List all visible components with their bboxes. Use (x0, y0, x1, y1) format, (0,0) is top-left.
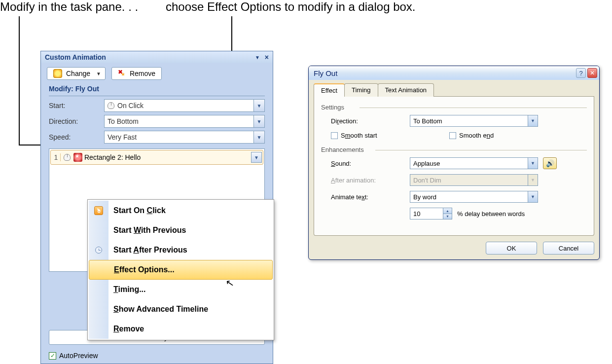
remove-label: Remove (130, 70, 155, 77)
chevron-down-icon: ▼ (96, 71, 101, 76)
smooth-end-checkbox[interactable]: Smooth end (449, 132, 568, 139)
dlg-sound-value: Applause (413, 160, 440, 167)
remove-button[interactable]: Remove (111, 67, 162, 80)
dlg-after-label: After animation: (321, 177, 410, 184)
taskpane-toolbar: Change ▼ Remove (41, 63, 273, 84)
tab-effect[interactable]: Effect (314, 83, 345, 97)
divider (49, 96, 265, 96)
direction-value: To Bottom (108, 117, 139, 125)
callout-right: choose Effect Options to modify in a dia… (166, 0, 416, 14)
group-settings-label: Settings (321, 104, 587, 111)
dlg-sound-select[interactable]: Applause ▼ (410, 157, 538, 169)
mouse-icon: 🖱 (94, 206, 103, 215)
start-value: On Click (117, 102, 144, 109)
menu-start-with-previous[interactable]: Start With Previous (89, 220, 273, 240)
effect-item-dropdown[interactable]: ▼ (251, 152, 262, 163)
dlg-after-value: Don't Dim (413, 177, 441, 184)
dlg-after-select: Don't Dim ▼ (410, 174, 538, 186)
start-select[interactable]: On Click ▼ (104, 99, 265, 112)
menu-show-advanced-timeline[interactable]: Show Advanced Timeline (89, 299, 273, 319)
dialog-title-bar[interactable]: Fly Out ? ✕ (309, 66, 599, 80)
mouse-icon (64, 154, 71, 161)
effect-context-menu: 🖱 Start On Click Start With Previous Sta… (87, 199, 274, 340)
spinner-down-icon[interactable]: ▼ (443, 214, 452, 219)
menu-effect-options[interactable]: Effect Options... (89, 260, 273, 280)
help-button[interactable]: ? (576, 68, 586, 78)
dlg-direction-value: To Bottom (413, 117, 442, 125)
speed-select[interactable]: Very Fast ▼ (104, 131, 265, 144)
dlg-sound-label: Sound: (321, 160, 410, 167)
change-button[interactable]: Change ▼ (47, 67, 106, 80)
checkmark-icon: ✓ (49, 352, 56, 360)
dialog-buttons: OK Cancel (314, 236, 594, 255)
autopreview-label: AutoPreview (59, 352, 98, 360)
leader-line (19, 145, 43, 146)
effect-order: 1 (52, 153, 61, 161)
menu-start-after-previous[interactable]: Start After Previous (89, 240, 273, 260)
speaker-icon: 🔊 (546, 159, 554, 167)
close-button[interactable]: ✕ (587, 68, 597, 78)
dlg-delay-value: 10 (413, 210, 420, 218)
direction-label: Direction: (49, 117, 104, 125)
star-icon (53, 69, 62, 78)
ok-button[interactable]: OK (486, 242, 537, 255)
tab-timing[interactable]: Timing (344, 83, 378, 97)
taskpane-menu-icon[interactable]: ▼ (255, 55, 260, 60)
change-label: Change (66, 70, 90, 77)
direction-select[interactable]: To Bottom ▼ (104, 115, 265, 128)
dlg-direction-label: Direction: (321, 117, 410, 125)
checkbox-icon (331, 132, 338, 139)
chevron-down-icon[interactable]: ▼ (528, 158, 538, 169)
mouse-icon (108, 102, 114, 109)
speed-value: Very Fast (108, 133, 137, 141)
start-label: Start: (49, 102, 104, 109)
checkbox-icon (449, 132, 456, 139)
taskpane-title-text: Custom Animation (45, 53, 106, 61)
effect-item-label: Rectangle 2: Hello (84, 153, 249, 161)
dlg-direction-select[interactable]: To Bottom ▼ (410, 115, 538, 127)
exit-effect-icon (73, 153, 82, 162)
chevron-down-icon[interactable]: ▼ (253, 115, 264, 127)
chevron-down-icon[interactable]: ▼ (253, 100, 264, 111)
flyout-dialog: Fly Out ? ✕ Effect Timing Text Animation… (308, 66, 600, 260)
modify-grid: Start: On Click ▼ Direction: To Bottom ▼… (41, 99, 273, 144)
chevron-down-icon[interactable]: ▼ (253, 131, 264, 143)
modify-heading: Modify: Fly Out (41, 84, 273, 96)
taskpane-title-bar: Custom Animation ▼ × (41, 51, 273, 63)
leader-line (19, 16, 20, 145)
tab-text-animation[interactable]: Text Animation (378, 83, 434, 97)
cancel-button[interactable]: Cancel (543, 242, 594, 255)
menu-timing[interactable]: Timing... (89, 280, 273, 299)
chevron-down-icon[interactable]: ▼ (528, 191, 538, 202)
callout-left: Modify in the task pane. . . (0, 0, 138, 14)
spinner-up-icon[interactable]: ▲ (443, 208, 452, 214)
sound-volume-button[interactable]: 🔊 (543, 157, 557, 169)
clock-icon (95, 247, 102, 254)
menu-remove[interactable]: Remove (89, 319, 273, 339)
dlg-animatetext-value: By word (413, 193, 436, 201)
speed-label: Speed: (49, 133, 104, 141)
group-enhancements-label: Enhancements (321, 146, 587, 153)
dlg-animatetext-select[interactable]: By word ▼ (410, 191, 538, 203)
dialog-title: Fly Out (314, 69, 576, 77)
remove-icon (118, 70, 126, 77)
dlg-delay-label: % delay between words (457, 210, 525, 218)
chevron-down-icon[interactable]: ▼ (528, 115, 538, 126)
dlg-delay-spinner[interactable]: 10 ▲ ▼ (410, 208, 452, 219)
smooth-start-checkbox[interactable]: Smooth start (331, 132, 449, 139)
chevron-down-icon: ▼ (528, 175, 538, 185)
close-icon[interactable]: × (265, 53, 269, 61)
dialog-tabs: Effect Timing Text Animation (314, 83, 594, 97)
tab-content-effect: Settings Direction: To Bottom ▼ Smooth s… (314, 97, 594, 236)
autopreview-checkbox[interactable]: ✓ AutoPreview (49, 352, 98, 360)
effect-item[interactable]: 1 Rectangle 2: Hello ▼ (50, 150, 263, 165)
menu-start-on-click[interactable]: 🖱 Start On Click (89, 201, 273, 220)
dlg-animatetext-label: Animate text: (321, 193, 410, 201)
